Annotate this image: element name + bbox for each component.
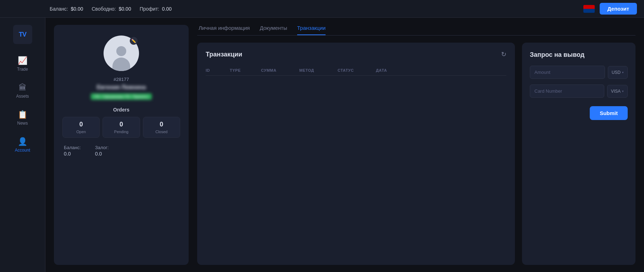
currency-value: USD xyxy=(612,70,621,75)
logo-text: TV xyxy=(19,31,26,38)
panels-row: Транзакции ↻ ID TYPE СУММА МЕТОД СТАТУС … xyxy=(197,43,635,265)
orders-grid: 0 Open 0 Pending 0 Closed xyxy=(62,117,180,138)
col-status: СТАТУС xyxy=(338,68,373,72)
sidebar: TV 📈 Trade 🏛 Assets 📋 News 👤 Account xyxy=(0,18,45,272)
deposit-button[interactable]: Депозит xyxy=(600,3,637,15)
tab-personal-info[interactable]: Личная информация xyxy=(199,25,250,35)
card-number-input[interactable] xyxy=(530,85,604,98)
tab-transactions[interactable]: Транзакции xyxy=(297,25,326,35)
sidebar-label-account: Account xyxy=(15,148,30,153)
refresh-button[interactable]: ↻ xyxy=(501,50,506,58)
order-closed: 0 Closed xyxy=(143,117,180,138)
tab-documents[interactable]: Документы xyxy=(260,25,287,35)
deposit-item: Залог: 0.0 xyxy=(95,145,109,157)
right-section: Личная информация Документы Транзакции Т… xyxy=(197,25,635,265)
sidebar-label-news: News xyxy=(17,121,28,126)
pending-count: 0 xyxy=(120,121,123,128)
profile-card: ✏️ #28177 Евгения Лежнина ПС: Сформован … xyxy=(54,25,189,265)
col-type: TYPE xyxy=(230,68,258,72)
free-stat: Свободно: $0.00 xyxy=(92,6,131,12)
card-type-dropdown[interactable]: VISA ▾ xyxy=(607,85,628,98)
open-label: Open xyxy=(76,130,86,134)
trade-icon: 📈 xyxy=(18,57,27,65)
col-amount: СУММА xyxy=(261,68,296,72)
closed-count: 0 xyxy=(160,121,163,128)
card-type-value: VISA xyxy=(611,89,621,94)
amount-row: USD ▾ xyxy=(530,66,628,79)
chevron-down-icon: ▾ xyxy=(622,71,624,74)
user-tag: ПС: Сформован ПС: Принято xyxy=(91,93,151,100)
balance-row: Баланс: 0.0 Залог: 0.0 xyxy=(62,145,109,157)
main-layout: TV 📈 Trade 🏛 Assets 📋 News 👤 Account xyxy=(0,18,644,272)
order-pending: 0 Pending xyxy=(102,117,140,138)
col-id: ID xyxy=(206,68,227,72)
tab-bar: Личная информация Документы Транзакции xyxy=(197,25,635,36)
avatar-wrap: ✏️ xyxy=(104,36,139,71)
language-flag[interactable] xyxy=(583,5,595,13)
topbar-stats: Баланс: $0.00 Свободно: $0.00 Профит: 0.… xyxy=(50,6,172,12)
col-date: ДАТА xyxy=(376,68,506,72)
profit-stat: Профит: 0.00 xyxy=(140,6,172,12)
transactions-title: Транзакции xyxy=(206,51,242,58)
sidebar-item-account[interactable]: 👤 Account xyxy=(0,134,45,157)
logo: TV xyxy=(13,25,32,44)
table-header: ID TYPE СУММА МЕТОД СТАТУС ДАТА xyxy=(206,65,506,76)
sidebar-label-trade: Trade xyxy=(17,67,28,72)
pending-label: Pending xyxy=(114,130,128,134)
open-count: 0 xyxy=(79,121,83,128)
closed-label: Closed xyxy=(155,130,167,134)
orders-title: Orders xyxy=(62,107,180,113)
col-method: МЕТОД xyxy=(299,68,335,72)
currency-dropdown[interactable]: USD ▾ xyxy=(608,66,628,79)
balance-value: 0.0 xyxy=(64,151,81,157)
order-open: 0 Open xyxy=(62,117,100,138)
withdrawal-title: Запрос на вывод xyxy=(530,51,628,59)
transactions-panel: Транзакции ↻ ID TYPE СУММА МЕТОД СТАТУС … xyxy=(197,43,515,265)
sidebar-label-assets: Assets xyxy=(16,94,29,99)
deposit-label: Залог: xyxy=(95,145,109,150)
chevron-down-icon-card: ▾ xyxy=(622,89,624,93)
content: ✏️ #28177 Евгения Лежнина ПС: Сформован … xyxy=(45,18,644,272)
edit-avatar-button[interactable]: ✏️ xyxy=(130,37,138,45)
balance-item: Баланс: 0.0 xyxy=(64,145,81,157)
user-name: Евгения Лежнина xyxy=(97,84,146,91)
news-icon: 📋 xyxy=(18,111,27,119)
balance-stat: Баланс: $0.00 xyxy=(50,6,83,12)
panel-header: Транзакции ↻ xyxy=(206,50,506,58)
avatar-body xyxy=(112,58,130,71)
topbar: Баланс: $0.00 Свободно: $0.00 Профит: 0.… xyxy=(0,0,644,18)
account-icon: 👤 xyxy=(18,138,27,146)
balance-label: Баланс: xyxy=(64,145,81,150)
sidebar-item-trade[interactable]: 📈 Trade xyxy=(0,53,45,76)
orders-section: Orders 0 Open 0 Pending 0 Closed xyxy=(62,107,180,138)
withdrawal-panel: Запрос на вывод USD ▾ VISA ▾ xyxy=(522,43,635,265)
user-id: #28177 xyxy=(113,77,129,82)
card-row: VISA ▾ xyxy=(530,85,628,98)
topbar-right: Депозит xyxy=(583,3,637,15)
submit-button[interactable]: Submit xyxy=(590,106,628,120)
assets-icon: 🏛 xyxy=(19,84,27,92)
sidebar-item-assets[interactable]: 🏛 Assets xyxy=(0,80,45,103)
avatar-person xyxy=(111,46,132,71)
deposit-value: 0.0 xyxy=(95,151,109,157)
amount-input[interactable] xyxy=(530,66,605,79)
sidebar-item-news[interactable]: 📋 News xyxy=(0,107,45,130)
avatar-head xyxy=(116,46,126,56)
